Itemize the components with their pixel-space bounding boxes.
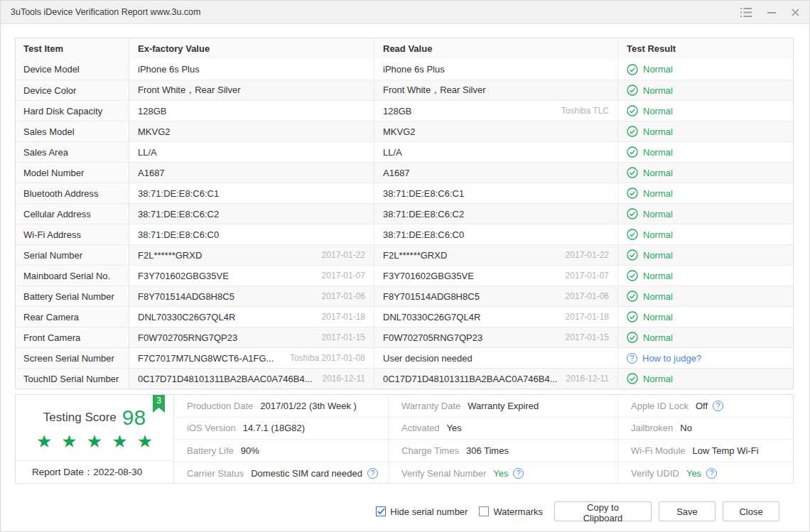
help-icon[interactable]: ? [367,468,378,479]
check-circle-icon [627,188,638,199]
ex-factory-cell: 0C17D71D48101311BA2BAAC0A746B4... 2016-1… [129,369,374,389]
read-value-cell: 0C17D71D48101311BA2BAAC0A746B4... 2016-1… [374,369,618,389]
test-result-label: Normal [643,250,673,261]
ex-factory-cell: A1687 [129,163,374,183]
test-result-label: Normal [643,271,673,281]
star-icon: ★ [36,433,52,450]
cell-value: 38:71:DE:E8:C6:C2 [383,209,464,219]
summary-value: 14.7.1 (18G82) [243,423,305,433]
star-icon: ★ [137,433,153,450]
cell-date: 2017-01-07 [322,271,365,281]
help-icon[interactable]: ? [513,468,524,479]
cell-value: LL/A [383,147,402,158]
minimize-icon[interactable] [767,8,776,17]
table-row: Wi-Fi Address 38:71:DE:E8:C6:C0 38:71:DE… [16,224,793,244]
save-button[interactable]: Save [659,501,716,521]
help-icon[interactable]: ? [713,401,723,411]
ex-factory-cell: F0W702705RNG7QP23 2017-01-15 [129,327,374,347]
test-item-cell: Hard Disk Capacity [16,101,129,121]
summary-value: Domestic SIM card needed [251,468,362,479]
help-icon[interactable]: ? [706,468,717,479]
ex-factory-cell: 38:71:DE:E8:C6:C2 [129,204,374,224]
cell-value: 128GB [138,106,166,116]
cell-value: 128GB [383,106,411,116]
how-to-judge-link[interactable]: How to judge? [642,353,701,364]
test-result-cell: ? Normal [618,142,793,162]
cell-value: A1687 [138,168,165,178]
ex-factory-cell: iPhone 6s Plus [129,59,374,80]
summary-label: Carrier Status [187,468,244,479]
testing-score-label: Testing Score [43,411,117,425]
table-body: Device Model iPhone 6s Plus iPhone 6s Pl… [16,59,793,389]
read-value-cell: DNL70330C26G7QL4R 2017-01-18 [374,307,618,327]
cell-value: 38:71:DE:E8:C6:C1 [138,188,219,199]
summary-label: Charge Times [401,445,459,456]
test-result-label: Normal [643,126,673,137]
test-result-cell: ? Normal [618,307,793,327]
test-item-cell: Device Model [16,59,129,80]
ex-factory-cell: 38:71:DE:E8:C6:C0 [129,224,374,244]
check-circle-icon [627,105,638,116]
close-icon[interactable] [792,9,799,16]
read-value-cell: 38:71:DE:E8:C6:C0 [374,224,618,244]
ex-factory-cell: 38:71:DE:E8:C6:C1 [129,183,374,203]
test-result-label: Normal [643,64,673,75]
hide-serial-checkbox[interactable] [376,506,386,516]
summary-cell: Jailbroken No [618,418,793,440]
watermarks-checkbox[interactable] [479,506,489,516]
cell-value: F8Y701514ADG8H8C5 [383,291,480,302]
check-circle-icon [627,146,638,158]
cell-value: 38:71:DE:E8:C6:C0 [383,229,464,240]
check-circle-icon [627,64,638,75]
test-result-label: Normal [643,188,673,199]
cell-value: MKVG2 [383,126,416,137]
cell-value: 38:71:DE:E8:C6:C1 [383,188,464,199]
report-date-value: 2022-08-30 [93,467,142,477]
read-value-cell: A1687 [374,163,618,183]
read-value-cell: iPhone 6s Plus [374,59,618,80]
cell-value: 38:71:DE:E8:C6:C0 [138,229,219,240]
copy-to-clipboard-button[interactable]: Copy to Clipboard [554,501,652,521]
score-box: 3 Testing Score 98 ★★★★★ Report Date： 20… [16,395,174,483]
test-result-label: Normal [643,312,673,322]
summary-grid: Production Date 2017/01/22 (3th Week ) W… [174,395,793,483]
star-icon: ★ [61,433,77,450]
read-value-cell: LL/A [374,142,618,162]
check-circle-icon [627,85,638,96]
cell-date: 2017-01-06 [322,291,365,301]
close-button[interactable]: Close [723,501,779,521]
summary-value: Warranty Expired [468,401,539,411]
ex-factory-cell: F8Y701514ADG8H8C5 2017-01-06 [129,286,374,306]
test-item-cell: TouchID Serial Number [16,369,129,389]
ex-factory-cell: F3Y701602GBG35VE 2017-01-07 [129,266,374,286]
watermarks-label: Watermarks [493,506,543,517]
test-result-cell: ? Normal [618,327,793,347]
ex-factory-cell: F2L******GRXD 2017-01-22 [129,245,374,265]
summary-cell: Carrier Status Domestic SIM card needed … [174,462,389,485]
cell-value: 0C17D71D48101311BA2BAAC0A746B4... [138,374,313,384]
header-test-result: Test Result [618,38,793,59]
table-row: Device Model iPhone 6s Plus iPhone 6s Pl… [16,59,793,80]
summary-label: Activated [401,423,439,433]
table-row: Serial Number F2L******GRXD 2017-01-22 F… [16,244,793,265]
menu-icon[interactable] [740,8,752,17]
table-row: Screen Serial Number F7C7017M7LNG8WCT6-A… [16,347,793,368]
cell-value: F2L******GRXD [383,250,447,261]
testing-score-value: 98 [122,407,146,428]
table-row: Hard Disk Capacity 128GB 128GB Toshiba T… [16,100,793,121]
cell-value: F0W702705RNG7QP23 [138,332,237,343]
question-circle-icon[interactable]: ? [627,353,637,364]
summary-label: Jailbroken [631,423,673,433]
title-bar: 3uTools iDevice Verification Report www.… [1,1,809,24]
cell-date: 2017-01-18 [322,312,365,322]
test-result-cell: ? Normal [618,80,793,100]
check-circle-icon [627,208,638,219]
ex-factory-cell: F7C7017M7LNG8WCT6-A1FG... Toshiba 2017-0… [129,348,374,368]
summary-cell: Warranty Date Warranty Expired [389,395,618,418]
table-row: Front Camera F0W702705RNG7QP23 2017-01-1… [16,327,793,347]
star-icon: ★ [87,433,102,450]
test-result-label: Normal [643,374,673,384]
cell-value: F7C7017M7LNG8WCT6-A1FG... [138,353,274,364]
test-result-cell: ? Normal [618,369,793,389]
check-circle-icon [627,229,638,240]
